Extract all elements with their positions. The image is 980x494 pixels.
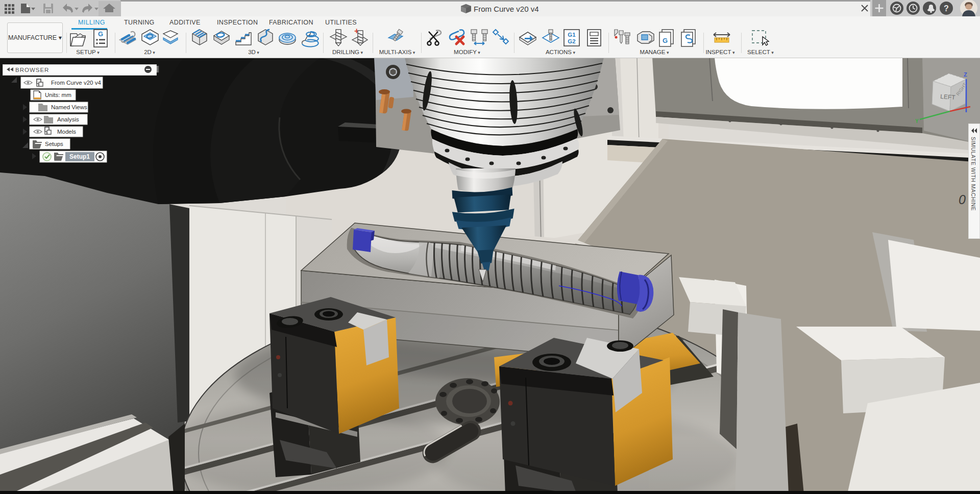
svg-text:Setup1: Setup1 bbox=[69, 153, 90, 160]
svg-text:Z: Z bbox=[964, 71, 967, 78]
svg-text:Setups: Setups bbox=[45, 141, 63, 147]
svg-text:G: G bbox=[98, 30, 103, 38]
svg-text:From Curve v20 v4: From Curve v20 v4 bbox=[51, 80, 101, 86]
svg-text:G: G bbox=[663, 37, 668, 44]
svg-text:BROWSER: BROWSER bbox=[15, 67, 49, 73]
svg-text:G1: G1 bbox=[568, 32, 576, 38]
svg-text:Models: Models bbox=[57, 129, 76, 135]
svg-text:Units: mm: Units: mm bbox=[45, 92, 71, 98]
svg-text:Named Views: Named Views bbox=[51, 104, 87, 110]
svg-text:Analysis: Analysis bbox=[57, 116, 79, 122]
svg-text:LEFT: LEFT bbox=[940, 93, 956, 101]
svg-text:G2: G2 bbox=[568, 38, 575, 44]
svg-text:Y: Y bbox=[915, 118, 919, 124]
svg-text:?: ? bbox=[944, 4, 949, 13]
svg-text:0: 0 bbox=[959, 192, 966, 207]
